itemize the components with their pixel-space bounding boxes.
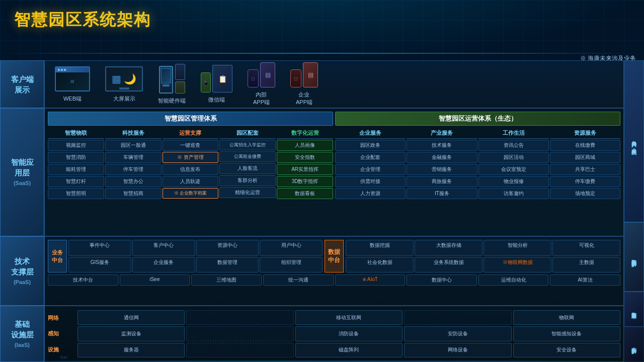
enterprise-app-icon: □ ▤: [290, 62, 318, 87]
paas-iot-data: ※物联网数据: [484, 257, 551, 273]
tech-unified-comm: 统一沟通: [263, 275, 334, 286]
tech-row: 技术中台 iSee 三维地图 统一沟通 ※ AIoT 数据中心 运维自动化 AI…: [48, 275, 620, 286]
col-park-facilities: 园区配套 公寓招生入学监控 公寓租金缴费 人脸客流 客群分析 精细化运营: [219, 128, 276, 234]
client-bigscreen: ▦ 🌙 大屏展示: [105, 66, 143, 103]
tech-data-center: 数据中心: [407, 275, 477, 286]
col-ops-support: 运营支撑 一键巡查 ※ 资产管理 信息发布 人员轨迹 ※ 企业数字档案: [163, 128, 219, 234]
left-label-iaas: 基础 设施层 (IaaS): [0, 306, 44, 362]
paas-customer-center: 客户中心: [132, 240, 195, 256]
iaas-security-device: 安防设备: [404, 326, 511, 341]
paas-resource-center: 资源中心: [196, 240, 259, 256]
saas-area: 智慧园区管理体系 智慧园区运营体系（生态） 智慧物联 视频监控 智慧消防 能耗管…: [44, 108, 624, 236]
iaas-smart-sensor: 智能感知设备: [513, 326, 620, 341]
paas-user-center: 用户中心: [260, 240, 323, 256]
col-resource-service: 资源服务 在线缴费 园区商城 共享巴士 停车缴费 场地预定: [550, 128, 620, 234]
tech-isee: iSee: [120, 275, 190, 286]
tech-ops-auto: 运维自动化: [478, 275, 549, 286]
saas-management-title: 智慧园区管理体系: [48, 112, 333, 126]
iaas-comms-net: 通信网: [77, 310, 185, 325]
data-platform-label: 数据中台: [325, 240, 344, 273]
operation-columns: 企业服务 园区政务 企业配套 企业管理 供需对接 人力资源 产业服务 技术服务 …: [335, 128, 620, 234]
iaas-empty-r2c2: [186, 326, 293, 341]
hardware-icon: [159, 64, 185, 94]
business-platform-label: 业务中台: [48, 240, 67, 273]
wechat-icon: 📱 📋: [201, 65, 232, 93]
page-title: 智慧园区系统架构: [14, 9, 151, 31]
left-label-saas: 智能应 用层 (SaaS): [0, 108, 44, 236]
paas-area: 业务中台 事件中心 客户中心 资源中心 用户中心 GIS服务 企业服务 数据管理…: [44, 236, 624, 306]
client-inner-app: □ ▤ 内部APP端: [248, 62, 275, 106]
iaas-empty-r1c2: [186, 310, 293, 325]
iaas-mobile-net: 移动互联网: [295, 310, 403, 325]
paas-master-data: 主数据: [552, 257, 620, 273]
paas-visualization: 可视化: [552, 240, 620, 256]
col-tech-service: 科技服务 园区一脸通 车辆管理 停车管理 智慧办公 智慧招商: [105, 128, 162, 234]
web-icon: ▤: [55, 66, 90, 92]
iaas-server: 服务器: [77, 343, 185, 357]
right-label-group: 各类门户／业务系统 数据安全防护 数据标准 安全防护: [624, 60, 644, 362]
paas-big-data-storage: 大数据存储: [415, 240, 482, 256]
paas-data-management: 数据管理: [196, 257, 259, 273]
paas-data-mining: 数据挖掘: [346, 240, 414, 256]
right-label-portal: 各类门户／业务系统: [624, 60, 644, 222]
iaas-monitor-device: 监测设备: [77, 326, 185, 341]
left-label-group: 客户端 展示 智能应 用层 (SaaS) 技术 支撑层 (PaaS) 基础 设施…: [0, 60, 44, 362]
iaas-fire-device: 消防设备: [295, 326, 403, 341]
tech-ai-algo: AI算法: [550, 275, 620, 286]
iaas-area: 网络 感知 设施 通信网 移动互联网 物联网 监测设备 消防设备 安防设备 智能…: [44, 306, 624, 362]
iaas-grid: 通信网 移动互联网 物联网 监测设备 消防设备 安防设备 智能感知设备 服务器 …: [77, 310, 620, 357]
client-web: ▤ WEB端: [55, 66, 90, 103]
paas-enterprise-service: 企业服务: [132, 257, 195, 273]
iaas-labels: 网络 感知 设施: [48, 310, 75, 357]
right-label-data-security: 数据安全防护: [624, 222, 644, 292]
col-industry-service: 产业服务 技术服务 金融服务 营销服务 商旅服务 IT服务: [407, 128, 477, 234]
iaas-iot-net: 物联网: [513, 310, 620, 325]
col-work-life: 工作生活 资讯公告 园区活动 会议室预定 物业报修 访客邀约: [478, 128, 549, 234]
tech-3dmap: 三维地图: [191, 275, 262, 286]
paas-biz-system-data: 业务系统数据: [415, 257, 482, 273]
saas-section-headers: 智慧园区管理体系 智慧园区运营体系（生态）: [48, 112, 620, 126]
paas-org-management: 组织管理: [260, 257, 323, 273]
top-separator: [0, 53, 644, 54]
tech-aiot: ※ AIoT: [335, 275, 406, 286]
col-enterprise-service: 企业服务 园区政务 企业配套 企业管理 供需对接 人力资源: [335, 128, 406, 234]
paas-gis: GIS服务: [68, 257, 131, 273]
iaas-disk-array: 磁盘阵列: [295, 343, 403, 357]
left-label-paas: 技术 支撑层 (PaaS): [0, 236, 44, 306]
left-label-client: 客户端 展示: [0, 60, 44, 108]
paas-event-center: 事件中心: [68, 240, 131, 256]
iaas-security-equip: 安全设备: [513, 343, 620, 357]
watermark: Ean: [60, 355, 67, 359]
client-wechat: 📱 📋 微信端: [201, 65, 232, 104]
iaas-empty-r3c2: [186, 343, 293, 357]
iaas-network-device: 网络设备: [404, 343, 511, 357]
col-iot: 智慧物联 视频监控 智慧消防 能耗管理 智慧灯杆 智慧照明: [48, 128, 104, 234]
col-digital-ops: 数字化运营 人员画像 安全指数 AR实景指挥 3D数字指挥 数据看板: [277, 128, 333, 234]
inner-app-icon: □ ▤: [248, 62, 275, 87]
client-enterprise-app: □ ▤ 企业APP端: [290, 62, 318, 106]
bigscreen-icon: ▦ 🌙: [105, 66, 143, 92]
iaas-empty-r1c4: [404, 310, 511, 325]
client-hardware: 智能硬件端: [158, 64, 186, 105]
tech-platform: 技术中台: [48, 275, 118, 286]
management-columns: 智慧物联 视频监控 智慧消防 能耗管理 智慧灯杆 智慧照明 科技服务 园区一脸通…: [48, 128, 333, 234]
saas-operation-title: 智慧园区运营体系（生态）: [335, 112, 620, 126]
paas-social-data: 社会化数据: [346, 257, 414, 273]
right-label-data-standard: 数据标准: [624, 292, 644, 327]
paas-smart-analysis: 智能分析: [484, 240, 551, 256]
client-row: ▤ WEB端 ▦ 🌙 大屏展示 智: [44, 60, 624, 108]
right-label-security: 安全防护: [624, 327, 644, 362]
main-content: ▤ WEB端 ▦ 🌙 大屏展示 智: [44, 60, 624, 362]
